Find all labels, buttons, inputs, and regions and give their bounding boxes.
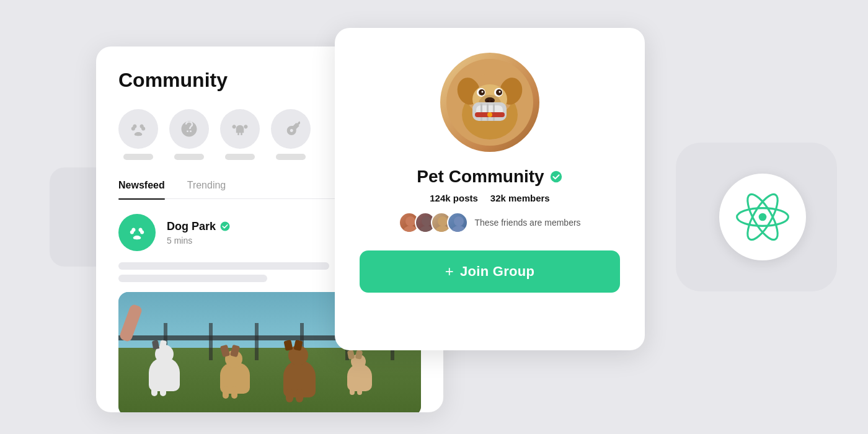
group-name: Pet Community: [417, 167, 562, 187]
dog-icon-circle[interactable]: [220, 109, 260, 149]
tab-newsfeed[interactable]: Newsfeed: [118, 180, 165, 198]
feed-item-time: 5 mins: [167, 236, 231, 246]
placeholder-line-2: [118, 275, 267, 282]
friends-members-text: These friends are members: [474, 218, 580, 228]
svg-point-32: [451, 226, 466, 233]
category-item-4: [271, 109, 311, 160]
feed-paw-icon: [128, 223, 146, 242]
svg-point-36: [759, 213, 767, 221]
paw-icon: [129, 120, 148, 138]
svg-point-9: [487, 100, 489, 102]
feed-verified-badge: [219, 221, 231, 232]
category-item: [118, 109, 158, 160]
tab-trending[interactable]: Trending: [187, 180, 226, 198]
cat-icon-circle[interactable]: [169, 109, 209, 149]
group-avatar: [440, 53, 539, 152]
svg-point-16: [499, 91, 501, 93]
feed-item-text: Dog Park 5 mins: [167, 220, 231, 246]
svg-point-24: [551, 171, 562, 182]
dog-icon: [231, 120, 249, 138]
react-logo-icon: [735, 189, 790, 245]
icon-label-1: [123, 154, 153, 160]
verified-badge-icon: [549, 170, 563, 184]
category-item-3: [220, 109, 260, 160]
friend-avatars: [399, 212, 468, 233]
friends-members-row: These friends are members: [399, 212, 580, 233]
join-group-button[interactable]: + Join Group: [360, 250, 620, 293]
friend-face-4: [448, 213, 468, 233]
join-button-icon: +: [445, 263, 454, 280]
svg-point-27: [422, 216, 432, 226]
react-logo-card: [719, 174, 806, 260]
category-item-2: [169, 109, 209, 160]
svg-point-25: [405, 216, 415, 226]
feed-item-name: Dog Park: [167, 220, 231, 233]
placeholder-line-1: [118, 262, 329, 270]
pet-community-card: Pet Community 124k posts 32k members: [335, 28, 645, 350]
feed-item-icon: [118, 214, 156, 251]
svg-point-31: [454, 216, 464, 226]
friend-avatar-4: [447, 212, 468, 233]
posts-stat: 124k posts: [430, 193, 478, 203]
svg-point-10: [490, 100, 493, 102]
bird-icon: [281, 120, 300, 138]
paw-icon-circle[interactable]: [118, 109, 158, 149]
cat-icon: [180, 120, 198, 138]
icon-label-3: [225, 154, 255, 160]
svg-point-15: [482, 91, 484, 93]
icon-label-2: [174, 154, 204, 160]
bird-icon-circle[interactable]: [271, 109, 311, 149]
join-button-label: Join Group: [460, 264, 534, 280]
members-stat: 32k members: [490, 193, 550, 203]
group-stats: 124k posts 32k members: [430, 193, 549, 203]
svg-point-0: [221, 222, 230, 231]
svg-point-23: [487, 112, 492, 117]
icon-label-4: [276, 154, 306, 160]
svg-point-29: [438, 216, 448, 226]
dog-illustration: [446, 59, 533, 146]
